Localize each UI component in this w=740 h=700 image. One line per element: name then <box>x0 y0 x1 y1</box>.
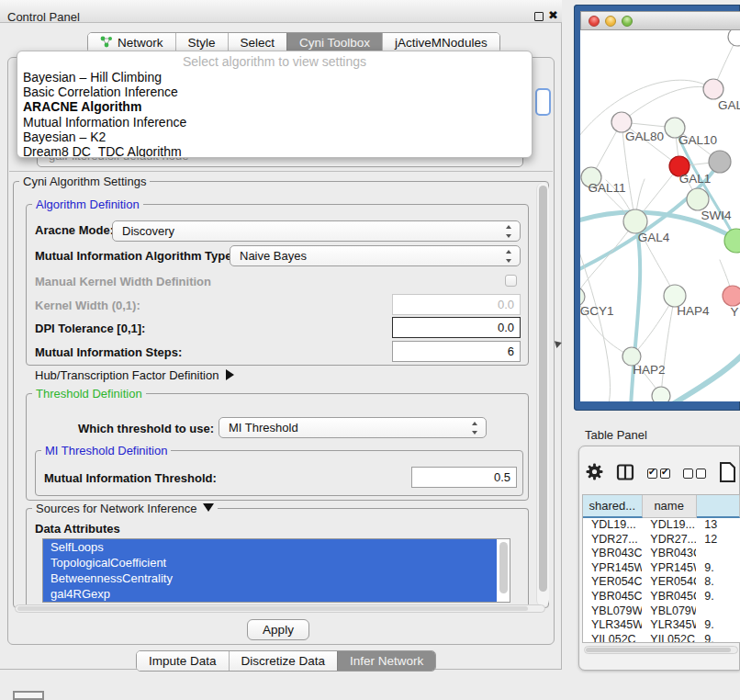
table-cell <box>696 547 740 561</box>
network-node[interactable] <box>709 151 731 173</box>
group-title: Cyni Algorithm Settings <box>19 175 150 188</box>
table-row[interactable]: YER054CYER054C8. <box>583 575 740 590</box>
checked-pair-icon[interactable] <box>647 469 670 479</box>
dpi-tolerance-field[interactable]: 0.0 <box>392 317 521 338</box>
tab-label: Select <box>241 36 275 50</box>
minimize-traffic-light-icon[interactable] <box>605 16 616 27</box>
minimized-panel-icon[interactable] <box>13 691 44 700</box>
table-row[interactable]: YBL079WYBL079W <box>583 604 740 619</box>
table-toolbar <box>586 455 740 491</box>
float-window-icon[interactable] <box>534 12 544 21</box>
combobox-value: Naive Bayes <box>240 249 307 263</box>
network-node-y[interactable] <box>723 286 740 306</box>
mi-algorithm-type-combobox[interactable]: Naive Bayes <box>230 245 521 266</box>
table-body: YDL19...YDL19...13YDR27...YDR27...12YBR0… <box>583 518 740 643</box>
control-panel-titlebar[interactable] <box>0 0 562 23</box>
mi-steps-label: Mutual Information Steps: <box>35 345 182 359</box>
mi-threshold-field[interactable]: 0.5 <box>411 467 517 488</box>
tab-label: Style <box>188 36 216 50</box>
unchecked-pair-icon[interactable] <box>683 469 706 479</box>
tab-select[interactable]: Select <box>228 33 287 52</box>
mi-steps-field[interactable]: 6 <box>392 341 521 362</box>
table-row[interactable]: YLR345WYLR345W9. <box>583 618 740 633</box>
network-node[interactable] <box>728 30 740 46</box>
tab-label: jActiveMNodules <box>395 36 488 50</box>
attr-list-items: SelfLoopsTopologicalCoefficientBetweenne… <box>43 539 510 602</box>
attribute-option-selected[interactable]: SelfLoops <box>43 539 497 555</box>
cyni-bottom-tabbar: Impute Data Discretize Data Infer Networ… <box>136 650 436 672</box>
apply-button[interactable]: Apply <box>247 619 309 640</box>
columns-icon[interactable] <box>616 463 634 484</box>
algorithm-option[interactable]: ARACNE Algorithm <box>17 99 532 114</box>
algorithm-option[interactable]: Bayesian – K2 <box>17 130 532 144</box>
table-row[interactable]: YDL19...YDL19...13 <box>583 518 740 533</box>
algorithm-option[interactable]: Mutual Information Inference <box>17 115 532 130</box>
hub-definition-expander[interactable]: Hub/Transcription Factor Definition <box>35 368 234 382</box>
group-title: Sources for Network Inference <box>32 502 218 515</box>
scrollbar-thumb[interactable] <box>586 648 731 652</box>
control-panel-title: Control Panel <box>7 10 80 24</box>
tab-label: Cyni Toolbox <box>299 36 370 50</box>
table-cell: 9. <box>696 633 740 643</box>
combobox-value: MI Threshold <box>229 421 298 435</box>
table-horizontal-scrollbar[interactable] <box>584 646 738 654</box>
which-threshold-combobox[interactable]: MI Threshold <box>219 417 487 438</box>
table-row[interactable]: YIL052CYIL052C9. <box>583 633 740 643</box>
tab-discretize-data[interactable]: Discretize Data <box>229 651 338 671</box>
expand-right-icon[interactable] <box>226 369 234 380</box>
zoom-traffic-light-icon[interactable] <box>622 16 633 27</box>
tab-impute-data[interactable]: Impute Data <box>137 651 229 671</box>
table-cell: YLR345W <box>642 618 696 633</box>
tab-cyni-toolbox[interactable]: Cyni Toolbox <box>286 33 382 52</box>
algorithm-option[interactable]: Basic Correlation Inference <box>17 85 532 99</box>
data-attributes-listbox[interactable]: SelfLoopsTopologicalCoefficientBetweenne… <box>42 538 510 603</box>
table-cell: YER054C <box>642 575 696 590</box>
aracne-mode-combobox[interactable]: Discovery <box>112 220 521 242</box>
attribute-option-selected[interactable]: TopologicalCoefficient <box>43 555 497 570</box>
column-header[interactable]: shared... <box>583 495 643 518</box>
tab-network[interactable]: Network <box>88 33 175 52</box>
algorithm-option[interactable]: Dream8 DC_TDC Algorithm <box>17 144 532 158</box>
manual-kernel-checkbox[interactable] <box>505 275 517 287</box>
collapse-down-icon[interactable] <box>203 503 214 512</box>
document-icon[interactable] <box>719 461 737 486</box>
table-cell: YBR043C <box>642 547 696 561</box>
column-header[interactable]: name <box>643 495 697 518</box>
table-row[interactable]: YBR045CYBR045C9. <box>583 590 740 604</box>
attribute-option-selected[interactable]: gal4RGexp <box>43 586 497 602</box>
gear-icon[interactable] <box>586 463 603 483</box>
algorithm-option[interactable]: Bayesian – Hill Climbing <box>17 70 532 85</box>
data-attributes-label: Data Attributes <box>35 522 120 536</box>
close-traffic-light-icon[interactable] <box>589 16 600 27</box>
scrollbar-thumb[interactable] <box>17 606 528 611</box>
scrollbar-thumb[interactable] <box>539 186 547 592</box>
sources-title: Sources for Network Inference <box>36 502 197 515</box>
settings-vertical-scrollbar[interactable] <box>536 183 549 606</box>
network-node-swi4[interactable] <box>687 188 709 210</box>
network-node[interactable] <box>652 387 670 401</box>
table-row[interactable]: YBR043CYBR043C <box>583 547 740 561</box>
algorithm-placeholder: Select algorithm to view settings <box>17 53 532 70</box>
algorithm-popup-list: Bayesian – Hill ClimbingBasic Correlatio… <box>17 70 532 158</box>
network-window-titlebar[interactable] <box>580 11 740 30</box>
network-node-gal[interactable] <box>703 79 723 99</box>
which-threshold-label: Which threshold to use: <box>78 422 214 435</box>
attribute-option-selected[interactable]: BetweennessCentrality <box>43 570 497 586</box>
group-title: MI Threshold Definition <box>41 444 171 457</box>
table-cell: YLR345W <box>583 618 642 633</box>
tab-jactivemnodules[interactable]: jActiveMNodules <box>382 33 499 52</box>
table-row[interactable]: YPR145WYPR145W9. <box>583 561 740 576</box>
settings-horizontal-scrollbar[interactable] <box>15 604 545 613</box>
kernel-width-field[interactable]: 0.0 <box>392 294 521 315</box>
list-scrollbar[interactable] <box>499 542 508 593</box>
table-cell: 9. <box>696 561 740 576</box>
network-canvas[interactable]: GALGAL80GAL10GAL11SWI4GAL4GCY1HAP4YHAP2G… <box>580 30 740 401</box>
network-node-gcy1[interactable] <box>580 288 585 306</box>
tab-style[interactable]: Style <box>175 33 228 52</box>
table-row[interactable]: YDR27...YDR27...12 <box>583 533 740 548</box>
table-cell: YBR045C <box>642 590 696 604</box>
node-label: GAL10 <box>678 133 717 147</box>
tab-infer-network[interactable]: Infer Network <box>337 651 435 671</box>
close-window-icon[interactable]: ✖ <box>548 8 558 22</box>
column-header[interactable] <box>697 495 740 518</box>
